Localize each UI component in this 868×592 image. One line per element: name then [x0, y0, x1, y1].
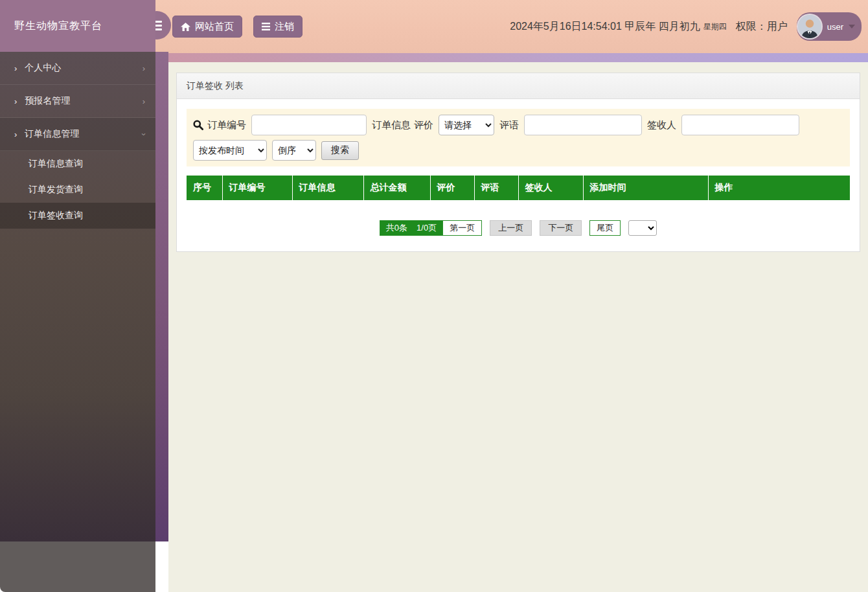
role-value: 用户	[767, 21, 788, 32]
table-header-row: 序号 订单编号 订单信息 总计金额 评价 评语 签收人 添加时间 操作	[187, 176, 850, 200]
sidebar-subitem-label: 订单信息查询	[29, 158, 83, 170]
order-receipt-panel: 订单签收 列表 订单编号 订单信息 评价 请选择 评语 签收人	[176, 73, 860, 252]
chevron-right-icon: ›	[143, 63, 145, 73]
column-header-comment: 评语	[474, 176, 518, 200]
prev-page-button[interactable]: 上一页	[490, 220, 532, 236]
search-row-1: 订单编号 订单信息 评价 请选择 评语 签收人	[193, 115, 843, 135]
user-menu[interactable]: user	[797, 12, 862, 41]
column-header-order-no: 订单编号	[222, 176, 292, 200]
total-count: 共0条	[386, 222, 407, 234]
panel-body: 订单编号 订单信息 评价 请选择 评语 签收人 按发布时间 倒序 搜索	[177, 99, 860, 251]
order-no-label: 订单编号	[207, 119, 246, 131]
comment-label: 评语	[499, 119, 519, 131]
search-button[interactable]: 搜索	[321, 141, 359, 160]
receiver-input[interactable]	[681, 115, 799, 135]
chevron-right-icon: ›	[14, 130, 17, 139]
sidebar-subitem-label: 订单签收查询	[29, 210, 83, 222]
last-page-button[interactable]: 尾页	[589, 220, 621, 236]
chevron-right-icon: ›	[143, 97, 145, 106]
sidebar-footer	[0, 541, 155, 592]
receiver-label: 签收人	[647, 119, 676, 131]
user-avatar	[798, 15, 821, 38]
sidebar-item-pre-registration[interactable]: › 预报名管理 ›	[0, 85, 155, 118]
next-page-button[interactable]: 下一页	[540, 220, 582, 236]
sidebar-subitem-order-receipt-query[interactable]: 订单签收查询	[0, 203, 155, 229]
home-icon	[181, 23, 190, 31]
column-header-add-time: 添加时间	[583, 176, 708, 200]
caret-down-icon	[849, 25, 855, 28]
app-title-bar: 野生动物宣教平台	[0, 0, 155, 52]
sidebar-subitem-label: 订单发货查询	[29, 184, 83, 196]
panel-header: 订单签收 列表	[177, 73, 860, 99]
logout-button[interactable]: 注销	[253, 16, 303, 38]
column-header-actions: 操作	[708, 176, 850, 200]
order-info-label: 订单信息	[372, 119, 411, 131]
logout-button-label: 注销	[275, 21, 294, 33]
rating-label: 评价	[414, 119, 433, 131]
page-indicator: 1/0页	[417, 222, 437, 234]
chevron-right-icon: ›	[14, 97, 17, 106]
sidebar-menu: › 个人中心 › › 预报名管理 › › 订单信息管理 › 订单信息查询 订单发…	[0, 52, 155, 541]
username-label: user	[827, 22, 843, 32]
home-button[interactable]: 网站首页	[172, 16, 242, 38]
column-header-order-info: 订单信息	[292, 176, 363, 200]
column-header-receiver: 签收人	[518, 176, 583, 200]
column-header-total-amount: 总计金额	[363, 176, 430, 200]
orders-table: 序号 订单编号 订单信息 总计金额 评价 评语 签收人 添加时间 操作	[187, 176, 850, 200]
rating-select[interactable]: 请选择	[439, 115, 494, 135]
panel-title: 订单签收 列表	[187, 80, 244, 92]
pagination-summary: 共0条 1/0页	[380, 221, 442, 235]
datetime-text: 2024年5月16日14:54:01 甲辰年 四月初九	[510, 20, 700, 34]
pagination: 共0条 1/0页 第一页 上一页 下一页 尾页	[187, 220, 850, 236]
chevron-down-icon: ›	[139, 133, 148, 135]
sort-field-select[interactable]: 按发布时间	[193, 140, 267, 161]
sidebar: › 个人中心 › › 预报名管理 › › 订单信息管理 › 订单信息查询 订单发…	[0, 52, 168, 541]
home-button-label: 网站首页	[195, 21, 234, 33]
sidebar-item-personal-center[interactable]: › 个人中心 ›	[0, 52, 155, 85]
search-icon	[193, 120, 203, 130]
chevron-right-icon: ›	[14, 63, 17, 73]
sidebar-item-label: 个人中心	[25, 62, 61, 74]
comment-input[interactable]	[524, 115, 642, 135]
pagination-info-group: 共0条 1/0页 第一页	[380, 220, 482, 236]
search-row-2: 按发布时间 倒序 搜索	[193, 140, 843, 161]
permission-text: 权限：用户	[736, 20, 788, 34]
order-no-input[interactable]	[251, 115, 367, 135]
column-header-rating: 评价	[430, 176, 474, 200]
sidebar-item-order-management[interactable]: › 订单信息管理 ›	[0, 118, 155, 151]
sort-order-select[interactable]: 倒序	[272, 140, 316, 161]
weekday-text: 星期四	[703, 21, 727, 32]
permission-label: 权限：	[736, 21, 767, 32]
list-icon	[262, 23, 270, 30]
column-header-seq: 序号	[187, 176, 222, 200]
search-filter-bar: 订单编号 订单信息 评价 请选择 评语 签收人 按发布时间 倒序 搜索	[187, 109, 850, 166]
sidebar-subitem-order-info-query[interactable]: 订单信息查询	[0, 151, 155, 177]
first-page-button[interactable]: 第一页	[442, 221, 481, 235]
sidebar-subitem-order-shipping-query[interactable]: 订单发货查询	[0, 177, 155, 203]
app-title: 野生动物宣教平台	[14, 19, 102, 33]
sidebar-item-label: 预报名管理	[25, 95, 70, 107]
sidebar-item-label: 订单信息管理	[25, 128, 79, 140]
page-select[interactable]	[628, 220, 657, 236]
